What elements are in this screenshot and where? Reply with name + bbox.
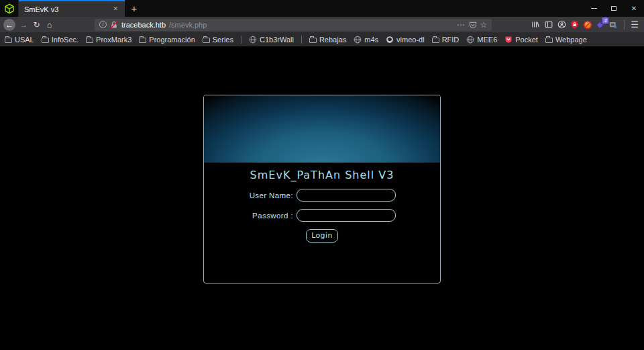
- url-host: traceback.htb: [121, 21, 166, 29]
- github-icon: [386, 36, 394, 44]
- globe-icon: [354, 36, 362, 44]
- shell-login-panel: SmEvK_PaThAn Shell V3 User Name: Passwor…: [203, 95, 441, 283]
- svg-text:a: a: [614, 24, 618, 29]
- home-button[interactable]: ⌂: [43, 18, 56, 31]
- pinned-tab-hackthebox[interactable]: [0, 0, 19, 17]
- bookmark-mee6[interactable]: MEE6: [466, 36, 497, 44]
- bookmark-star-icon[interactable]: ☆: [480, 20, 488, 30]
- bookmark-folder-webpage[interactable]: Webpage: [545, 36, 587, 44]
- back-button[interactable]: ←: [3, 19, 15, 31]
- toolbar-extensions: 2 a ☰: [531, 19, 641, 30]
- bookmark-separator: [301, 36, 302, 44]
- username-input[interactable]: [297, 189, 396, 202]
- browser-window: SmEvK v3 ✕ + ✕ ← → ↻ ⌂ i traceback.h: [0, 0, 644, 350]
- globe-icon: [466, 36, 474, 44]
- password-row: Password :: [204, 209, 440, 222]
- globe-icon: [249, 36, 257, 44]
- tab-close-icon[interactable]: ✕: [111, 5, 119, 13]
- sidebar-toggle-icon[interactable]: [544, 20, 553, 29]
- foxyproxy-disabled-icon[interactable]: [583, 20, 592, 30]
- maximize-button[interactable]: [604, 0, 624, 17]
- site-info-icon[interactable]: i: [99, 21, 107, 28]
- bookmark-folder-rfid[interactable]: RFID: [432, 36, 460, 44]
- navigation-toolbar: ← → ↻ ⌂ i traceback.htb/smevk.php ⋯: [0, 17, 644, 32]
- folder-icon: [309, 38, 317, 43]
- menu-icon[interactable]: ☰: [631, 19, 639, 30]
- titlebar-drag-area: [144, 0, 584, 17]
- bookmark-c1b3rwall[interactable]: C1b3rWall: [249, 36, 294, 44]
- pocket-save-icon[interactable]: [469, 21, 477, 29]
- translate-extension-icon[interactable]: a: [609, 21, 618, 29]
- page-content: SmEvK_PaThAn Shell V3 User Name: Passwor…: [0, 46, 644, 350]
- folder-icon: [432, 38, 439, 43]
- bookmark-pocket[interactable]: Pocket: [504, 36, 538, 44]
- bookmark-folder-infosec[interactable]: InfoSec.: [42, 36, 78, 44]
- login-row: Login: [204, 229, 440, 243]
- password-input[interactable]: [297, 209, 396, 222]
- close-button[interactable]: ✕: [624, 0, 644, 17]
- toolbar-separator: [624, 20, 625, 30]
- password-label: Password :: [248, 212, 297, 220]
- htb-cube-icon: [4, 3, 15, 14]
- pocket-favicon: [504, 36, 513, 44]
- shell-header-image: [204, 95, 440, 163]
- bookmark-folder-proxmark3[interactable]: ProxMark3: [86, 36, 131, 44]
- page-actions-icon[interactable]: ⋯: [457, 20, 466, 30]
- library-icon[interactable]: [531, 20, 540, 29]
- folder-icon: [86, 38, 93, 43]
- bookmark-folder-programacion[interactable]: Programación: [139, 36, 195, 44]
- title-bar: SmEvK v3 ✕ + ✕: [0, 0, 644, 17]
- minimize-icon: [591, 8, 597, 9]
- extension-badge-count: 2: [602, 17, 608, 24]
- purple-extension-icon[interactable]: 2: [596, 20, 605, 29]
- bookmark-separator: [241, 36, 241, 44]
- bookmark-m4s[interactable]: m4s: [354, 36, 378, 44]
- folder-icon: [5, 38, 12, 43]
- forward-button[interactable]: →: [17, 18, 30, 31]
- folder-icon: [42, 38, 49, 43]
- login-button[interactable]: Login: [306, 229, 338, 243]
- account-icon[interactable]: [557, 20, 566, 29]
- bookmarks-toolbar: USAL InfoSec. ProxMark3 Programación Ser…: [0, 32, 644, 46]
- bookmark-vimeo-dl[interactable]: vimeo-dl: [386, 36, 425, 44]
- url-bar[interactable]: i traceback.htb/smevk.php ⋯ ☆: [95, 19, 492, 31]
- tab-smevk[interactable]: SmEvK v3 ✕: [19, 0, 125, 17]
- maximize-icon: [611, 6, 616, 11]
- tab-title: SmEvK v3: [24, 5, 107, 13]
- shell-title: SmEvK_PaThAn Shell V3: [204, 169, 440, 181]
- window-controls: ✕: [584, 0, 644, 17]
- insecure-lock-icon[interactable]: [110, 21, 118, 29]
- username-row: User Name:: [204, 189, 440, 202]
- url-path: /smevk.php: [169, 21, 207, 29]
- bookmark-folder-rebajas[interactable]: Rebajas: [309, 36, 346, 44]
- folder-icon: [203, 38, 210, 43]
- reload-button[interactable]: ↻: [30, 18, 43, 31]
- username-label: User Name:: [248, 191, 297, 200]
- folder-icon: [545, 38, 553, 43]
- new-tab-button[interactable]: +: [125, 0, 144, 17]
- minimize-button[interactable]: [584, 0, 604, 17]
- close-icon: ✕: [631, 5, 637, 12]
- bookmark-folder-series[interactable]: Series: [203, 36, 233, 44]
- bookmark-folder-usal[interactable]: USAL: [5, 36, 34, 44]
- ublock-shield-icon[interactable]: [570, 20, 579, 29]
- folder-icon: [139, 38, 146, 43]
